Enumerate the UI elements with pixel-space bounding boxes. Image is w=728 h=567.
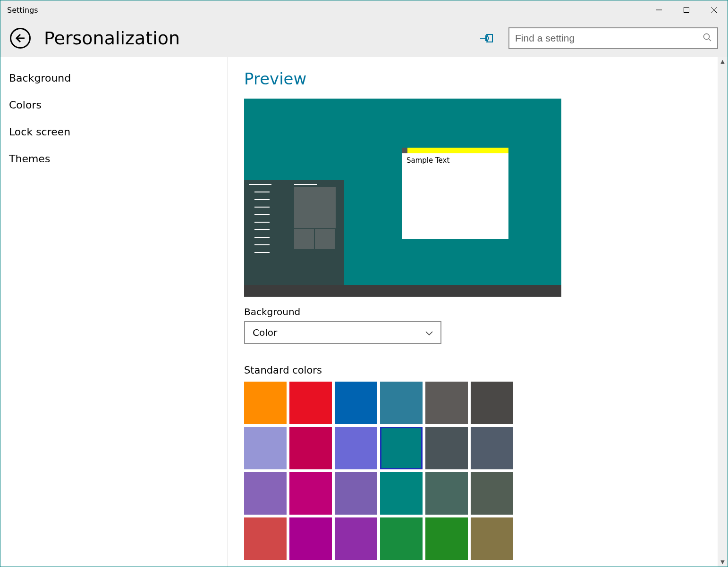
vertical-scrollbar[interactable]: ▲ ▼ bbox=[718, 57, 728, 567]
color-swatch[interactable] bbox=[244, 427, 287, 469]
close-button[interactable] bbox=[700, 0, 728, 19]
search-box[interactable] bbox=[508, 27, 718, 49]
color-swatch[interactable] bbox=[335, 517, 377, 560]
sidebar: Background Colors Lock screen Themes bbox=[0, 57, 227, 567]
window-controls bbox=[645, 0, 728, 19]
preview-heading: Preview bbox=[244, 69, 728, 88]
arrow-left-icon bbox=[15, 33, 25, 43]
color-swatch[interactable] bbox=[425, 472, 468, 515]
preview-sample-text: Sample Text bbox=[402, 153, 508, 167]
chevron-down-icon bbox=[425, 327, 433, 338]
color-swatch[interactable] bbox=[289, 382, 332, 424]
scroll-up-icon[interactable]: ▲ bbox=[720, 57, 724, 66]
color-swatch[interactable] bbox=[289, 517, 332, 560]
color-swatch[interactable] bbox=[335, 472, 377, 515]
sidebar-item-background[interactable]: Background bbox=[0, 65, 227, 92]
pin-icon bbox=[480, 33, 493, 43]
svg-marker-7 bbox=[487, 34, 492, 42]
minimize-button[interactable] bbox=[645, 0, 673, 19]
preview-start-menu bbox=[244, 180, 344, 285]
color-swatch[interactable] bbox=[244, 472, 287, 515]
color-swatch[interactable] bbox=[471, 382, 513, 424]
svg-rect-1 bbox=[684, 8, 689, 13]
color-swatch[interactable] bbox=[471, 427, 513, 469]
color-swatch[interactable] bbox=[244, 517, 287, 560]
scroll-down-icon[interactable]: ▼ bbox=[720, 558, 724, 567]
color-swatch[interactable] bbox=[425, 517, 468, 560]
color-swatch[interactable] bbox=[380, 517, 423, 560]
color-swatch[interactable] bbox=[289, 427, 332, 469]
main-panel: Preview Sample Text Background bbox=[227, 57, 728, 567]
search-icon bbox=[703, 33, 711, 43]
window-title: Settings bbox=[0, 6, 38, 15]
standard-colors-grid bbox=[244, 382, 513, 560]
content-area: Background Colors Lock screen Themes Pre… bbox=[0, 57, 728, 567]
color-swatch[interactable] bbox=[380, 382, 423, 424]
maximize-button[interactable] bbox=[673, 0, 700, 19]
pin-button[interactable] bbox=[480, 33, 493, 43]
svg-line-9 bbox=[709, 39, 711, 41]
sidebar-item-themes[interactable]: Themes bbox=[0, 145, 227, 172]
svg-rect-6 bbox=[485, 35, 487, 41]
color-swatch[interactable] bbox=[335, 427, 377, 469]
desktop-preview: Sample Text bbox=[244, 99, 561, 297]
sidebar-item-lock-screen[interactable]: Lock screen bbox=[0, 118, 227, 145]
color-swatch[interactable] bbox=[425, 427, 468, 469]
preview-taskbar bbox=[244, 285, 561, 297]
color-swatch[interactable] bbox=[380, 427, 423, 469]
color-swatch[interactable] bbox=[425, 382, 468, 424]
search-input[interactable] bbox=[515, 33, 703, 44]
background-type-dropdown[interactable]: Color bbox=[244, 321, 441, 344]
color-swatch[interactable] bbox=[471, 517, 513, 560]
color-swatch[interactable] bbox=[335, 382, 377, 424]
header: Personalization bbox=[0, 19, 728, 57]
titlebar: Settings bbox=[0, 0, 728, 19]
background-field-label: Background bbox=[244, 306, 728, 317]
color-swatch[interactable] bbox=[380, 472, 423, 515]
svg-point-8 bbox=[704, 34, 710, 40]
color-swatch[interactable] bbox=[244, 382, 287, 424]
preview-sample-window: Sample Text bbox=[402, 148, 508, 239]
page-title: Personalization bbox=[44, 28, 180, 49]
color-swatch[interactable] bbox=[471, 472, 513, 515]
background-type-value: Color bbox=[253, 327, 277, 338]
standard-colors-label: Standard colors bbox=[244, 365, 728, 376]
color-swatch[interactable] bbox=[289, 472, 332, 515]
back-button[interactable] bbox=[10, 28, 31, 49]
sidebar-item-colors[interactable]: Colors bbox=[0, 92, 227, 118]
